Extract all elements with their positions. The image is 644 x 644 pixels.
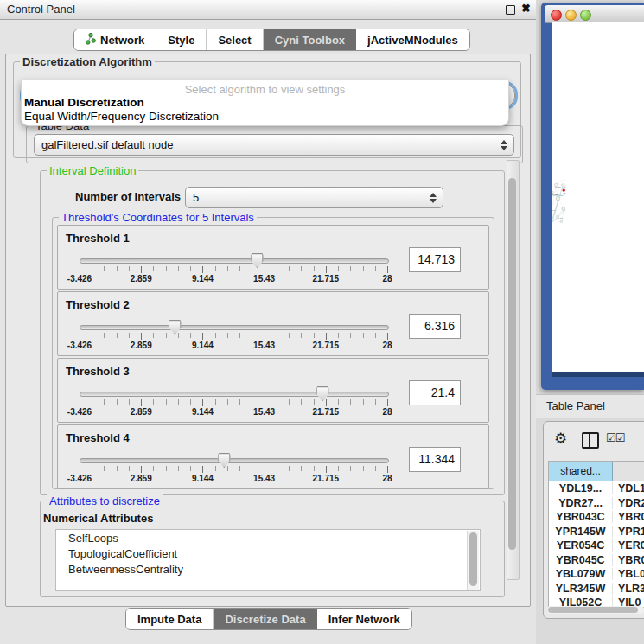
threshold-value-field[interactable]: 14.713 — [409, 247, 461, 272]
close-traffic-light-icon[interactable] — [551, 10, 562, 21]
threshold-value-field[interactable]: 6.316 — [409, 314, 461, 339]
tab-label: Cyni Toolbox — [275, 34, 345, 47]
column-header-shared-name[interactable]: shared... — [549, 462, 613, 481]
tick-label: -3.426 — [67, 274, 92, 284]
threshold-panel: Threshold 3 -3.426 2.859 9.144 15.43 21.… — [57, 358, 489, 423]
threshold-panel: Threshold 4 -3.426 2.859 9.144 15.43 21.… — [57, 424, 489, 489]
scrollbar-thumb[interactable] — [548, 607, 638, 613]
tab-label: Impute Data — [137, 613, 201, 626]
table-panel: ⚙ ☑☑ shared... na YDL19...YDL1 YDR27...Y… — [543, 421, 644, 619]
tab-impute-data[interactable]: Impute Data — [126, 609, 214, 629]
slider-track[interactable] — [80, 258, 389, 264]
tick-label: 2.859 — [131, 274, 152, 284]
tab-style[interactable]: Style — [156, 29, 207, 50]
threshold-slider[interactable]: -3.426 2.859 9.144 15.43 21.715 28 — [80, 254, 387, 284]
tab-label: Infer Network — [328, 613, 400, 626]
column-header-name[interactable]: na — [613, 462, 644, 481]
tick-label: 2.859 — [131, 407, 152, 417]
table-row[interactable]: YLR345WYLR3 — [549, 582, 644, 596]
panel-scrollbar[interactable] — [507, 160, 520, 580]
tick-label: -3.426 — [67, 407, 92, 417]
table-row[interactable]: YBL079WYBL0 — [549, 567, 644, 582]
scrollbar-thumb[interactable] — [469, 532, 477, 586]
dropdown-option-equal-width[interactable]: Equal Width/Frequency Discretization — [24, 110, 219, 123]
panel-title: Control Panel — [7, 3, 75, 16]
scrollbar-thumb[interactable] — [508, 178, 516, 550]
tab-discretize-data[interactable]: Discretize Data — [214, 609, 316, 629]
tick-label: 21.715 — [313, 407, 340, 417]
threshold-value-field[interactable]: 21.4 — [409, 380, 461, 405]
slider-ticks — [80, 266, 387, 271]
float-icon[interactable] — [506, 5, 515, 15]
threshold-value-field[interactable]: 11.344 — [409, 447, 461, 472]
slider-track[interactable] — [80, 458, 389, 463]
table-row[interactable]: YDL19...YDL1 — [549, 481, 644, 496]
tick-label: 2.859 — [131, 341, 152, 350]
list-item[interactable]: TopologicalCoefficient — [68, 547, 177, 560]
tick-label: 15.43 — [253, 407, 275, 417]
network-view-window[interactable]: GAL80 GA C GAL11 GAL4 GCY1 H HAP2 — [541, 3, 644, 390]
num-intervals-combobox[interactable]: 5 — [185, 187, 443, 208]
table-row[interactable]: YDR27...YDR2 — [549, 496, 644, 511]
columns-icon[interactable] — [582, 432, 599, 449]
gear-icon[interactable]: ⚙ — [554, 430, 567, 448]
network-canvas[interactable]: GAL80 GA C GAL11 GAL4 GCY1 H HAP2 — [552, 22, 644, 372]
node-label: GAL4 — [558, 200, 564, 201]
tab-cyni-toolbox[interactable]: Cyni Toolbox — [264, 29, 356, 50]
zoom-traffic-light-icon[interactable] — [580, 10, 591, 21]
node-label: GA — [564, 186, 567, 188]
tab-label: Style — [168, 34, 194, 47]
threshold-panel: Threshold 1 -3.426 2.859 9.144 15.43 21.… — [57, 225, 489, 290]
node-label: GAL80 — [555, 186, 561, 188]
list-scrollbar[interactable] — [467, 531, 479, 590]
threshold-label: Threshold 2 — [66, 298, 130, 311]
dropdown-option-manual[interactable]: Manual Discretization — [24, 96, 144, 109]
node-partial[interactable] — [560, 220, 563, 223]
tick-label: 21.715 — [313, 341, 340, 350]
control-panel: Control Panel ✖ Network Style Select Cyn… — [0, 0, 536, 644]
table-panel-header: Table Panel — [536, 394, 644, 418]
slider-ticks — [80, 333, 387, 338]
node-selected-red[interactable] — [563, 189, 565, 192]
network-icon — [86, 33, 96, 48]
node-table: shared... na YDL19...YDL1 YDR27...YDR2 Y… — [548, 461, 644, 608]
table-horizontal-scrollbar[interactable] — [547, 606, 644, 614]
minimize-traffic-light-icon[interactable] — [565, 10, 577, 21]
tab-jactivemnodules[interactable]: jActiveMNodules — [356, 29, 469, 50]
table-row[interactable]: YBR043CYBR0 — [549, 510, 644, 525]
threshold-slider[interactable]: -3.426 2.859 9.144 15.43 21.715 28 — [80, 454, 387, 483]
table-data-combobox[interactable]: galFiltered.sif default node — [34, 134, 514, 156]
slider-track[interactable] — [80, 392, 389, 397]
tab-select[interactable]: Select — [207, 29, 263, 50]
tick-label: 15.43 — [253, 474, 275, 483]
tick-label: -3.426 — [67, 341, 92, 350]
select-all-checkboxes-icon[interactable]: ☑☑ — [606, 431, 624, 444]
node-label: GAL11 — [552, 194, 558, 195]
algorithm-dropdown-popup: Select algorithm to view settings Manual… — [21, 80, 509, 126]
threshold-slider[interactable]: -3.426 2.859 9.144 15.43 21.715 28 — [80, 387, 387, 417]
table-row[interactable]: YER054CYER0 — [549, 539, 644, 553]
canvas-bottom-edge — [552, 372, 644, 377]
tick-label: 21.715 — [313, 474, 340, 483]
tick-label: 9.144 — [192, 407, 214, 417]
tab-label: Select — [218, 34, 251, 47]
tab-network[interactable]: Network — [74, 29, 156, 50]
table-row[interactable]: YPR145WYPR1 — [549, 525, 644, 539]
list-item[interactable]: BetweennessCentrality — [68, 563, 183, 576]
network-graph: GAL80 GA C GAL11 GAL4 GCY1 H HAP2 — [552, 22, 644, 372]
list-item[interactable]: SelfLoops — [68, 532, 118, 545]
threshold-label: Threshold 3 — [66, 365, 130, 378]
tick-label: 9.144 — [192, 474, 214, 483]
close-icon[interactable]: ✖ — [521, 2, 531, 15]
slider-track[interactable] — [80, 325, 389, 330]
threshold-slider[interactable]: -3.426 2.859 9.144 15.43 21.715 28 — [80, 321, 387, 350]
tab-infer-network[interactable]: Infer Network — [317, 609, 411, 629]
table-header-row: shared... na — [549, 462, 644, 481]
network-window-titlebar[interactable] — [545, 5, 644, 23]
top-tab-bar: Network Style Select Cyni Toolbox jActiv… — [73, 29, 470, 51]
table-row[interactable]: YBR045CYBR0 — [549, 553, 644, 568]
discretization-algorithm-group: Discretization Algorithm Select algorith… — [13, 61, 521, 158]
table-data-group: Table Data galFiltered.sif default node — [26, 125, 523, 163]
tick-label: 2.859 — [131, 474, 152, 483]
network-nodes — [552, 183, 565, 223]
